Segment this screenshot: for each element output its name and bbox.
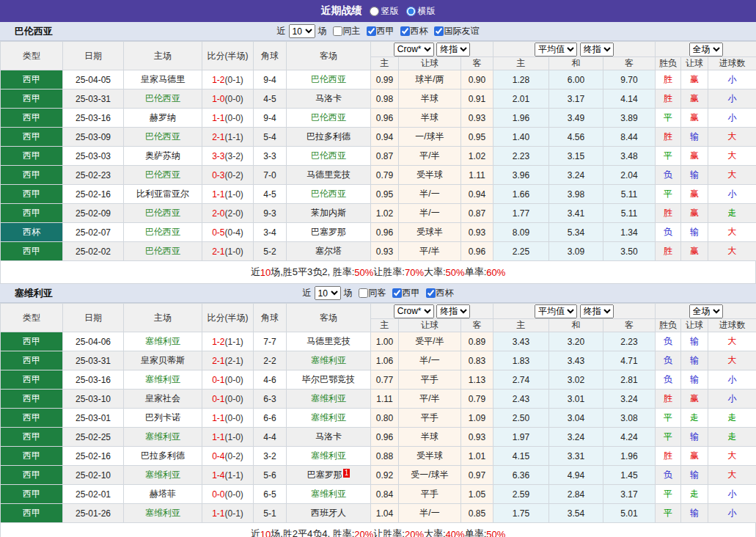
col-score: 比分(半场) <box>202 42 254 70</box>
league-type-cell: 西甲 <box>1 70 63 90</box>
away-team-cell[interactable]: 巴伦西亚 <box>287 109 371 128</box>
home-team-cell[interactable]: 塞维利亚 <box>124 504 202 523</box>
home-team-cell[interactable]: 赫罗纳 <box>124 109 202 128</box>
away-team-cell[interactable]: 巴塞罗那1 <box>287 466 371 485</box>
average-select[interactable]: 平均值 <box>535 43 577 56</box>
home-team-cell[interactable]: 皇家贝蒂斯 <box>124 351 202 370</box>
filter-checkbox[interactable] <box>400 26 410 36</box>
vertical-layout-option[interactable]: 竖版 <box>370 5 399 18</box>
avg-home-cell: 1.83 <box>493 351 549 370</box>
away-team-text: 马洛卡 <box>315 93 342 103</box>
home-team-cell[interactable]: 塞维利亚 <box>124 466 202 485</box>
home-team-cell[interactable]: 塞维利亚 <box>124 332 202 351</box>
filter-checkbox-option[interactable]: 同客 <box>354 287 386 299</box>
away-team-cell[interactable]: 马德里竞技 <box>287 332 371 351</box>
halftime-score: (2-1) <box>225 356 243 366</box>
filter-checkbox[interactable] <box>359 288 368 298</box>
away-odds-cell: 0.93 <box>461 428 493 447</box>
home-odds-cell: 0.87 <box>371 147 399 166</box>
col-handicap: 让球 <box>399 319 461 332</box>
away-team-cell[interactable]: 塞维利亚 <box>287 351 371 370</box>
away-team-cell[interactable]: 塞维利亚 <box>287 447 371 466</box>
away-team-cell[interactable]: 西班牙人 <box>287 504 371 523</box>
home-team-cell[interactable]: 皇家社会 <box>124 390 202 409</box>
home-team-cell[interactable]: 塞维利亚 <box>124 370 202 390</box>
odds-source-select[interactable]: Crow* <box>394 43 434 56</box>
home-team-cell[interactable]: 皇家马德里 <box>124 70 202 90</box>
filter-checkbox-option[interactable]: 西杯 <box>422 287 454 299</box>
average-period-select[interactable]: 终指 <box>580 304 614 318</box>
result-handicap-cell: 走 <box>681 409 708 428</box>
halftime-score: (1-0) <box>225 189 243 200</box>
away-team-cell[interactable]: 毕尔巴鄂竞技 <box>287 370 371 390</box>
result-handicap-cell: 输 <box>681 332 708 351</box>
filter-checkbox[interactable] <box>434 26 444 36</box>
home-team-cell[interactable]: 比利亚雷亚尔 <box>124 185 202 204</box>
filter-checkbox[interactable] <box>367 26 376 36</box>
home-team-cell[interactable]: 奥萨苏纳 <box>124 147 202 166</box>
filter-checkbox-option[interactable]: 同主 <box>329 25 361 37</box>
home-team-cell[interactable]: 巴伦西亚 <box>124 90 202 109</box>
odds-source-select[interactable]: Crow* <box>394 304 434 318</box>
away-team-cell[interactable]: 巴拉多利德 <box>287 128 371 147</box>
away-team-cell[interactable]: 巴伦西亚 <box>287 70 371 90</box>
home-odds-cell: 1.06 <box>371 351 399 370</box>
filter-checkbox-option[interactable]: 西甲 <box>362 25 394 37</box>
home-team-cell[interactable]: 巴列卡诺 <box>124 409 202 428</box>
away-team-cell[interactable]: 巴塞罗那 <box>287 223 371 242</box>
odds-period-select[interactable]: 终指 <box>436 304 470 318</box>
fulltime-score: 2-1 <box>212 132 224 142</box>
away-team-cell[interactable]: 塞尔塔 <box>287 242 371 261</box>
odds-period-select[interactable]: 终指 <box>436 43 470 56</box>
avg-draw-cell: 2.84 <box>549 485 603 504</box>
summary-part: 让胜率: <box>373 266 405 279</box>
avg-draw-cell: 3.98 <box>549 185 603 204</box>
average-select[interactable]: 平均值 <box>535 304 577 318</box>
halftime-score: (0-1) <box>225 508 243 519</box>
home-team-cell[interactable]: 赫塔菲 <box>124 485 202 504</box>
col-result-handicap: 让球 <box>681 319 708 332</box>
avg-home-cell: 4.15 <box>493 447 549 466</box>
average-period-select[interactable]: 终指 <box>580 43 614 56</box>
horizontal-layout-radio[interactable] <box>406 7 416 16</box>
home-team-cell[interactable]: 巴伦西亚 <box>124 242 202 261</box>
avg-away-cell: 4.24 <box>603 428 656 447</box>
vertical-layout-radio[interactable] <box>370 7 379 16</box>
halftime-score: (0-0) <box>225 375 243 385</box>
avg-away-cell: 3.50 <box>603 242 656 261</box>
home-team-cell[interactable]: 巴伦西亚 <box>124 128 202 147</box>
away-team-cell[interactable]: 塞维利亚 <box>287 409 371 428</box>
away-team-cell[interactable]: 马洛卡 <box>287 90 371 109</box>
filter-checkbox-option[interactable]: 西杯 <box>396 25 428 37</box>
away-team-cell[interactable]: 马德里竞技 <box>287 166 371 185</box>
avg-home-cell: 2.74 <box>493 370 549 390</box>
score-cell: 0-1(0-0) <box>202 370 254 390</box>
away-team-cell[interactable]: 塞维利亚 <box>287 485 371 504</box>
red-card-badge: 1 <box>343 469 351 478</box>
home-team-cell[interactable]: 巴拉多利德 <box>124 447 202 466</box>
scope-select[interactable]: 全场 <box>689 304 723 318</box>
home-team-cell[interactable]: 巴伦西亚 <box>124 223 202 242</box>
filter-checkbox-option[interactable]: 西甲 <box>388 287 420 299</box>
league-type-cell: 西甲 <box>1 332 63 351</box>
col-away: 客场 <box>287 42 371 70</box>
filter-checkbox-option[interactable]: 国际友谊 <box>430 25 480 37</box>
filter-checkbox[interactable] <box>426 288 436 298</box>
scope-select[interactable]: 全场 <box>689 43 723 56</box>
home-team-cell[interactable]: 巴伦西亚 <box>124 166 202 185</box>
away-team-text: 西班牙人 <box>311 508 346 518</box>
filter-checkbox[interactable] <box>333 26 342 36</box>
recent-count-select[interactable]: 10 <box>289 24 315 38</box>
away-team-cell[interactable]: 巴伦西亚 <box>287 185 371 204</box>
filter-checkbox[interactable] <box>392 288 402 298</box>
away-team-cell[interactable]: 塞维利亚 <box>287 390 371 409</box>
horizontal-layout-option[interactable]: 横版 <box>406 5 436 18</box>
col-type: 类型 <box>1 304 63 332</box>
away-team-cell[interactable]: 莱加内斯 <box>287 204 371 223</box>
home-team-cell[interactable]: 塞维利亚 <box>124 428 202 447</box>
home-team-cell[interactable]: 巴伦西亚 <box>124 204 202 223</box>
corner-cell: 2-2 <box>254 351 287 370</box>
recent-count-select[interactable]: 10 <box>315 286 341 300</box>
away-team-cell[interactable]: 马洛卡 <box>287 428 371 447</box>
away-team-cell[interactable]: 巴伦西亚 <box>287 147 371 166</box>
